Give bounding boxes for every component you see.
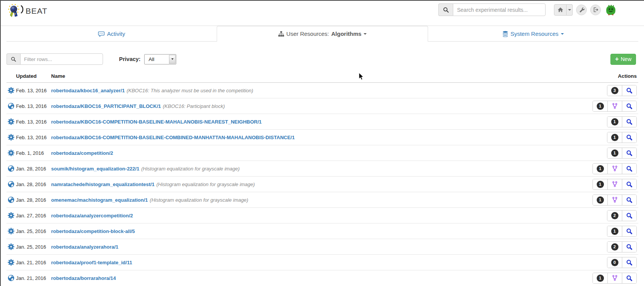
fork-icon (612, 275, 618, 281)
row-action-group: 3 (607, 85, 637, 96)
view-button[interactable] (622, 85, 636, 96)
share-count-button[interactable]: 1 (593, 195, 607, 205)
gear-icon (8, 259, 14, 266)
algorithm-description: (Histogram equalization for grayscale im… (141, 166, 240, 172)
filter-rows-input[interactable] (20, 53, 103, 65)
table-row: Feb. 13, 2016 robertodaza/KBOC16-COMPETI… (6, 114, 638, 130)
col-actions: Actions (585, 69, 638, 83)
wrench-icon (579, 7, 584, 13)
list-toolbar: Privacy: All + New (6, 53, 636, 65)
table-row: Jan. 28, 2016 namratachede/histogram_equ… (6, 177, 638, 192)
view-button[interactable] (622, 132, 636, 143)
view-button[interactable] (622, 195, 636, 205)
user-avatar[interactable] (605, 4, 617, 16)
row-action-group: 1 (607, 148, 637, 159)
algorithm-link[interactable]: robertodaza/competition-block-all/5 (51, 228, 135, 234)
algorithm-link[interactable]: robertodaza/kboc16_analyzer/1 (51, 88, 125, 93)
home-dropdown-toggle[interactable] (567, 4, 573, 16)
global-search (438, 3, 546, 16)
algorithm-link[interactable]: robertodaza/competition/2 (51, 150, 113, 156)
view-button[interactable] (622, 148, 636, 158)
col-updated: Updated (16, 69, 51, 83)
count-badge: 1 (611, 118, 618, 125)
caret-down-icon (364, 33, 367, 35)
share-count-button[interactable]: 3 (607, 85, 622, 96)
search-icon (443, 7, 449, 13)
view-button[interactable] (622, 242, 636, 252)
count-badge: 0 (611, 259, 618, 266)
select-dropdown-button[interactable] (169, 55, 175, 64)
global-search-input[interactable] (453, 3, 546, 16)
tab-user-resources-label: User Resources: (287, 27, 329, 41)
settings-wrench-button[interactable] (576, 5, 587, 15)
share-count-button[interactable]: 0 (607, 257, 622, 268)
share-count-button[interactable]: 1 (593, 179, 607, 190)
algorithm-link[interactable]: robertodaza/KBOC16-COMPETITION-BASELINE-… (51, 119, 262, 125)
global-search-button[interactable] (438, 3, 453, 16)
view-button[interactable] (622, 273, 636, 283)
algorithms-tbody: Feb. 13, 2016 robertodaza/kboc16_analyze… (6, 83, 638, 286)
view-button[interactable] (622, 179, 636, 190)
tab-activity[interactable]: Activity (6, 26, 217, 42)
view-button[interactable] (622, 257, 636, 268)
share-count-button[interactable]: 2 (607, 210, 622, 221)
view-button[interactable] (622, 164, 636, 174)
sitemap-icon (278, 31, 284, 37)
fork-button[interactable] (607, 179, 622, 190)
col-name: Name (51, 69, 585, 83)
row-updated: Feb. 13, 2016 (16, 98, 51, 114)
algorithm-link[interactable]: omenemac/machistogram_equalization/1 (51, 197, 148, 203)
algorithms-table: Updated Name Actions (6, 69, 638, 286)
count-badge: 1 (611, 149, 618, 157)
view-button[interactable] (622, 226, 636, 236)
row-action-group: 1 (592, 101, 637, 112)
share-count-button[interactable]: 1 (607, 132, 622, 143)
share-count-button[interactable]: 1 (607, 117, 622, 127)
plus-icon: + (615, 56, 619, 62)
share-count-button[interactable]: 1 (593, 273, 607, 283)
table-row: Feb. 13, 2016 robertodaza/KBOC16_PARTICI… (6, 98, 638, 114)
view-button[interactable] (622, 210, 636, 221)
fork-button[interactable] (607, 101, 622, 111)
algorithm-link[interactable]: robertodaza/proof1-template_id/11 (51, 260, 132, 265)
algorithm-link[interactable]: robertodaza/borrarahora/14 (51, 275, 116, 281)
algorithm-link[interactable]: robertodaza/KBOC16_PARTICIPANT_BLOCK/1 (51, 103, 161, 109)
gear-icon (8, 134, 14, 141)
algorithm-link[interactable]: robertodaza/analyzerahora/1 (51, 244, 118, 250)
row-updated: Jan. 27, 2016 (16, 208, 51, 223)
privacy-select[interactable]: All (144, 54, 176, 64)
view-button[interactable] (622, 101, 636, 111)
table-row: Jan. 27, 2016 robertodaza/analyzercompet… (6, 208, 638, 223)
algorithm-link[interactable]: soumik/histogram_equalization-222/1 (51, 166, 139, 172)
home-button[interactable] (554, 4, 567, 16)
view-button[interactable] (622, 117, 636, 127)
row-action-group: 1 (592, 194, 637, 206)
row-action-group: 1 (607, 116, 637, 127)
share-count-button[interactable]: 1 (593, 164, 607, 174)
search-action-icon (626, 87, 633, 94)
fork-icon (612, 165, 618, 172)
fork-button[interactable] (607, 273, 622, 283)
algorithm-link[interactable]: robertodaza/analyzercompetition/2 (51, 213, 133, 219)
fork-button[interactable] (607, 195, 622, 205)
search-action-icon (626, 150, 633, 156)
filter-search-addon (6, 53, 20, 65)
caret-down-icon (171, 58, 174, 60)
algorithm-link[interactable]: robertodaza/KBOC16-COMPETITION-BASELINE-… (51, 135, 295, 140)
beat-logo[interactable]: BEAT (7, 3, 47, 19)
tab-system-resources[interactable]: System Resources (428, 26, 638, 42)
fork-button[interactable] (607, 164, 622, 174)
row-updated: Jan. 25, 2016 (16, 239, 51, 255)
new-algorithm-button[interactable]: + New (610, 54, 636, 65)
table-row: Feb. 13, 2016 robertodaza/KBOC16-COMPETI… (6, 130, 638, 145)
search-action-icon (626, 197, 633, 203)
tab-user-resources[interactable]: User Resources: Algorithms (217, 26, 428, 42)
share-count-button[interactable]: 2 (607, 242, 622, 252)
tab-user-resources-selected: Algorithms (331, 27, 361, 41)
share-count-button[interactable]: 1 (607, 148, 622, 158)
share-count-button[interactable]: 1 (607, 226, 622, 236)
share-count-button[interactable]: 1 (593, 101, 607, 111)
algorithm-link[interactable]: namratachede/histogram_equalizationtest/… (51, 182, 155, 187)
globe-icon (8, 103, 14, 109)
logout-button[interactable] (590, 5, 601, 15)
